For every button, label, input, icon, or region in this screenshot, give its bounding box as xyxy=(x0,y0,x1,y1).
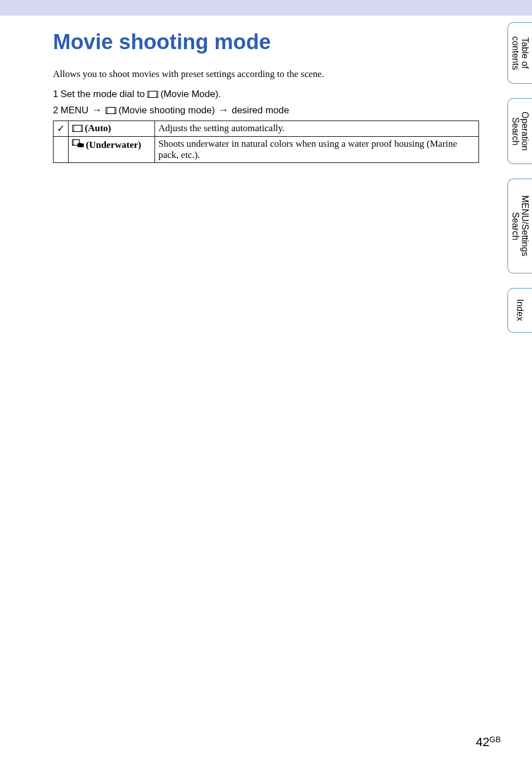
svg-rect-26 xyxy=(73,127,74,128)
page-footer: 42GB xyxy=(476,735,501,749)
side-tabs: Table of contents Operation Search MENU/… xyxy=(507,22,532,333)
mode-table: ✓ xyxy=(53,121,479,163)
content-area: Movie shooting mode Allows you to shoot … xyxy=(0,16,532,163)
svg-rect-3 xyxy=(148,92,149,93)
step-1: 1 Set the mode dial to (Movie Mode). xyxy=(53,89,479,100)
sidetab-table-of-contents[interactable]: Table of contents xyxy=(507,22,532,84)
svg-rect-4 xyxy=(148,93,149,94)
mode-desc-cell: Adjusts the setting automatically. xyxy=(155,121,479,137)
step-1-prefix: Set the mode dial to xyxy=(60,89,144,100)
svg-rect-31 xyxy=(81,128,83,129)
step-2-suffix: desired mode xyxy=(231,105,289,116)
step-2-mid: (Movie shooting mode) xyxy=(119,105,215,116)
page-number: 42 xyxy=(476,735,489,749)
svg-rect-30 xyxy=(81,127,83,128)
step-2: 2 MENU → (Movie shooting mode) → desired… xyxy=(53,104,479,116)
svg-rect-38 xyxy=(72,143,74,144)
svg-rect-9 xyxy=(156,94,157,95)
svg-rect-27 xyxy=(73,128,74,129)
sidetab-operation-search[interactable]: Operation Search xyxy=(507,98,532,164)
svg-rect-16 xyxy=(106,110,107,112)
svg-rect-28 xyxy=(73,129,74,131)
mode-desc-cell: Shoots underwater in natural colors when… xyxy=(155,137,479,163)
svg-rect-20 xyxy=(114,110,115,112)
sidetab-menu-settings-search[interactable]: MENU/Settings Search xyxy=(507,179,532,273)
svg-rect-7 xyxy=(156,92,157,93)
arrow-right-icon: → xyxy=(218,104,228,116)
svg-rect-25 xyxy=(73,126,74,127)
checkmark-cell: ✓ xyxy=(54,121,69,137)
mode-label-cell: (Auto) xyxy=(69,121,155,137)
svg-rect-29 xyxy=(81,126,83,127)
table-row: (Underwater) Shoots underwater in natura… xyxy=(54,137,479,163)
svg-rect-10 xyxy=(156,95,157,97)
table-row: ✓ xyxy=(54,121,479,137)
svg-rect-37 xyxy=(72,142,74,143)
sidetab-label: Index xyxy=(515,299,525,321)
step-2-number: 2 xyxy=(53,105,58,116)
sidetab-index[interactable]: Index xyxy=(507,288,532,333)
svg-rect-0 xyxy=(148,91,158,97)
svg-rect-14 xyxy=(106,108,107,109)
svg-rect-35 xyxy=(72,140,74,141)
arrow-right-icon: → xyxy=(92,104,102,116)
page-title: Movie shooting mode xyxy=(53,30,479,54)
mode-label-underwater: (Underwater) xyxy=(86,140,141,151)
svg-rect-18 xyxy=(114,108,115,109)
page-suffix: GB xyxy=(490,735,501,744)
svg-rect-17 xyxy=(106,112,107,113)
step-1-suffix: (Movie Mode). xyxy=(161,89,221,100)
svg-rect-8 xyxy=(156,93,157,94)
checkmark-cell xyxy=(54,137,69,163)
movie-shooting-mode-icon xyxy=(105,106,117,115)
svg-rect-21 xyxy=(114,112,115,113)
svg-rect-6 xyxy=(148,95,149,97)
sidetab-label: MENU/Settings Search xyxy=(510,195,530,256)
svg-rect-36 xyxy=(72,141,74,142)
svg-rect-19 xyxy=(114,109,115,110)
svg-rect-11 xyxy=(106,107,116,113)
mode-label-auto: (Auto) xyxy=(85,123,111,134)
top-banner xyxy=(0,0,532,16)
svg-rect-22 xyxy=(72,125,83,131)
svg-rect-15 xyxy=(106,109,107,110)
sidetab-label: Operation Search xyxy=(510,112,530,151)
mode-label-cell: (Underwater) xyxy=(69,137,155,163)
step-1-number: 1 xyxy=(53,89,58,100)
svg-rect-32 xyxy=(81,129,83,131)
auto-movie-icon xyxy=(72,124,83,133)
svg-rect-5 xyxy=(148,94,149,95)
movie-mode-icon xyxy=(147,90,158,99)
intro-text: Allows you to shoot movies with preset s… xyxy=(53,69,479,80)
underwater-movie-icon xyxy=(72,138,84,151)
step-2-prefix: MENU xyxy=(60,105,88,116)
sidetab-label: Table of contents xyxy=(510,36,530,70)
